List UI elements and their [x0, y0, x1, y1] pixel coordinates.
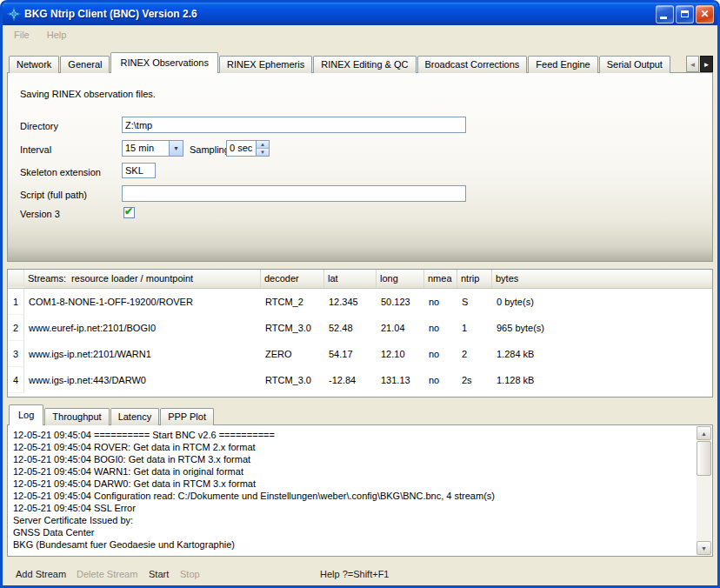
help-hint: Help ?=Shift+F1 [320, 569, 390, 579]
interval-label: Interval [20, 144, 51, 155]
skeleton-extension-input[interactable] [122, 163, 156, 178]
cell-ntrip: 2s [457, 375, 492, 385]
sampling-label: Sampling [190, 144, 230, 155]
cell-decoder: RTCM_3.0 [261, 375, 324, 385]
menu-bar: File Help [3, 25, 717, 43]
client-area: Network General RINEX Observations RINEX… [3, 52, 717, 585]
row-number: 2 [8, 315, 24, 341]
tab-feed-engine[interactable]: Feed Engine [528, 56, 597, 73]
close-icon: ✕ [700, 9, 709, 19]
menu-file[interactable]: File [9, 28, 35, 42]
row-number: 4 [8, 367, 24, 393]
sampling-spin-buttons: ▲ ▼ [256, 141, 269, 156]
log-line: 12-05-21 09:45:04 Configuration read: C:… [13, 490, 691, 502]
header-decoder: decoder [261, 270, 324, 288]
menu-help[interactable]: Help [42, 28, 72, 42]
tab-rinex-editing-qc[interactable]: RINEX Editing & QC [313, 56, 416, 73]
tab-log[interactable]: Log [9, 404, 43, 425]
rinex-observations-panel: Saving RINEX observation files. Director… [7, 72, 713, 262]
version3-checkbox[interactable]: ✔ [123, 207, 135, 218]
cell-long: 12.10 [377, 349, 424, 359]
maximize-button[interactable] [676, 5, 694, 23]
log-line: 12-05-21 09:45:04 DARW0: Get data in RTC… [13, 478, 691, 490]
log-line: BKG (Bundesamt fuer Geodaesie und Kartog… [13, 538, 691, 551]
tab-scroll-left-button[interactable]: ◄ [686, 56, 699, 72]
tab-rinex-ephemeris[interactable]: RINEX Ephemeris [219, 56, 312, 73]
directory-input[interactable] [122, 117, 466, 133]
row-number: 3 [8, 341, 24, 367]
cell-bytes: 0 byte(s) [492, 297, 712, 307]
cell-mountpoint: www.igs-ip.net:2101/WARN1 [24, 349, 261, 359]
check-icon: ✔ [124, 207, 133, 217]
sampling-value: 0 sec [227, 141, 256, 156]
title-bar: BKG Ntrip Client (BNC) Version 2.6 ✕ [3, 3, 717, 25]
streams-table: Streams: resource loader / mountpoint de… [7, 269, 713, 398]
header-mountpoint: Streams: resource loader / mountpoint [24, 270, 261, 288]
tab-rinex-observations[interactable]: RINEX Observations [110, 52, 217, 73]
header-nmea: nmea [424, 270, 457, 288]
minimize-icon [660, 17, 667, 19]
cell-long: 131.13 [377, 375, 424, 385]
log-output: 12-05-21 09:45:04 ========== Start BNC v… [7, 424, 713, 557]
cell-lat: -12.84 [324, 375, 377, 385]
tab-network[interactable]: Network [9, 56, 59, 73]
tab-scroll-right-button[interactable]: ► [700, 56, 713, 72]
minimize-button[interactable] [656, 5, 674, 23]
start-button[interactable]: Start [149, 569, 169, 579]
window: BKG Ntrip Client (BNC) Version 2.6 ✕ Fil… [0, 0, 720, 588]
tab-throughput[interactable]: Throughput [44, 408, 109, 425]
header-ntrip: ntrip [457, 270, 492, 288]
app-icon [7, 7, 21, 21]
delete-stream-button[interactable]: Delete Stream [77, 569, 137, 579]
cell-bytes: 1.128 kB [492, 375, 712, 385]
cell-lat: 52.48 [324, 323, 377, 333]
cell-nmea: no [424, 297, 457, 307]
log-line: 12-05-21 09:45:04 WARN1: Get data in ori… [13, 465, 691, 478]
script-input[interactable] [122, 185, 466, 202]
log-line: Server Certificate Issued by: [13, 514, 691, 526]
arrow-down-icon: ▼ [701, 545, 707, 551]
cell-mountpoint: www.euref-ip.net:2101/BOGI0 [24, 323, 261, 333]
cell-nmea: no [424, 323, 457, 333]
log-line: 12-05-21 09:45:04 SSL Error [13, 502, 691, 514]
tab-general[interactable]: General [60, 56, 110, 73]
table-row[interactable]: 1 COM1-8-NONE-1-OFF-19200/ROVER RTCM_2 1… [8, 289, 712, 315]
log-line: 12-05-21 09:45:04 ROVER: Get data in RTC… [13, 441, 691, 453]
tab-ppp-plot[interactable]: PPP Plot [160, 408, 214, 425]
tab-broadcast-corrections[interactable]: Broadcast Corrections [417, 56, 528, 73]
cell-bytes: 1.284 kB [492, 349, 712, 359]
interval-select[interactable]: 15 min ▼ [122, 140, 183, 157]
scroll-up-button[interactable]: ▲ [697, 426, 711, 440]
cell-long: 21.04 [377, 323, 424, 333]
add-stream-button[interactable]: Add Stream [16, 569, 66, 579]
header-row-number [8, 270, 24, 288]
tab-latency[interactable]: Latency [110, 408, 160, 425]
table-row[interactable]: 3 www.igs-ip.net:2101/WARN1 ZERO 54.17 1… [8, 341, 712, 367]
output-tab-bar: Log Throughput Latency PPP Plot [7, 404, 713, 425]
streams-table-header: Streams: resource loader / mountpoint de… [8, 270, 712, 289]
cell-decoder: RTCM_3.0 [261, 323, 324, 333]
spin-down-icon[interactable]: ▼ [257, 149, 269, 156]
scroll-thumb[interactable] [697, 441, 711, 476]
tab-scrollers: ◄ ► [685, 56, 713, 72]
header-lat: lat [324, 270, 377, 288]
header-bytes: bytes [492, 270, 712, 288]
cell-decoder: ZERO [261, 349, 324, 359]
spin-up-icon[interactable]: ▲ [257, 141, 269, 149]
skeleton-extension-label: Skeleton extension [20, 167, 101, 177]
close-button[interactable]: ✕ [696, 5, 714, 23]
chevron-down-icon[interactable]: ▼ [169, 141, 183, 156]
window-title: BKG Ntrip Client (BNC) Version 2.6 [24, 8, 654, 20]
stop-button[interactable]: Stop [180, 569, 200, 579]
cell-decoder: RTCM_2 [261, 297, 324, 307]
directory-label: Directory [20, 121, 58, 131]
tab-serial-output[interactable]: Serial Output [599, 56, 670, 73]
cell-long: 50.123 [377, 297, 424, 307]
scroll-down-button[interactable]: ▼ [697, 541, 711, 555]
row-number: 1 [8, 289, 24, 315]
log-scrollbar[interactable]: ▲ ▼ [697, 426, 711, 555]
table-row[interactable]: 2 www.euref-ip.net:2101/BOGI0 RTCM_3.0 5… [8, 315, 712, 341]
table-row[interactable]: 4 www.igs-ip.net:443/DARW0 RTCM_3.0 -12.… [8, 367, 712, 393]
sampling-stepper[interactable]: 0 sec ▲ ▼ [226, 140, 270, 157]
cell-nmea: no [424, 375, 457, 385]
